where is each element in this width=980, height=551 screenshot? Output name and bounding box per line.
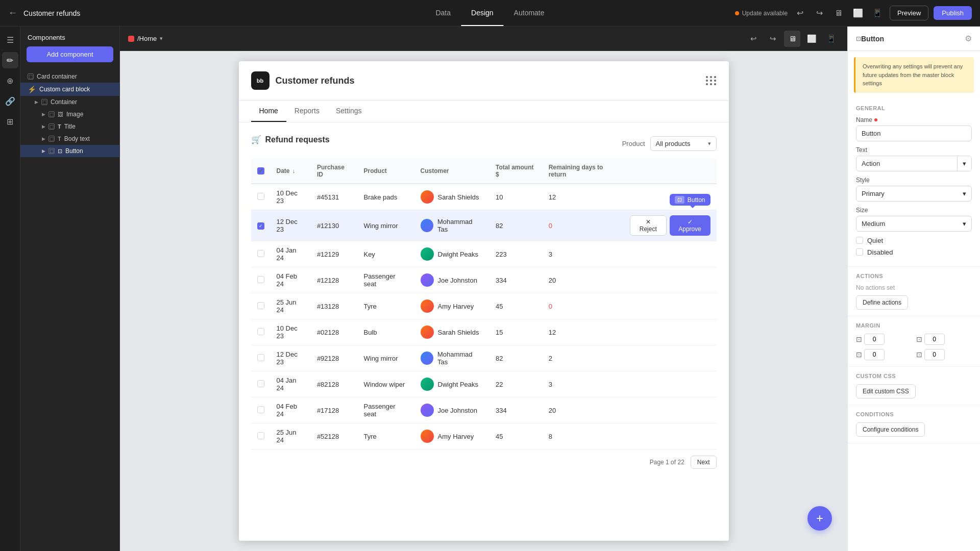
- sidebar-icon-grid[interactable]: ⊞: [2, 113, 18, 130]
- redo-canvas-icon[interactable]: ↪: [765, 31, 781, 47]
- size-label: Size: [856, 207, 972, 214]
- body-text-icon: T: [58, 136, 61, 142]
- size-chevron-icon: ▾: [963, 220, 966, 228]
- row-checkbox[interactable]: [257, 302, 264, 309]
- tree-check-body: ⬚: [48, 136, 55, 142]
- breadcrumb-path: /Home: [137, 35, 157, 42]
- row-checkbox[interactable]: ✓: [257, 222, 264, 230]
- edit-css-button[interactable]: Edit custom CSS: [856, 384, 916, 398]
- margin-top-input[interactable]: [864, 334, 885, 345]
- tree-check-image: ⬚: [48, 111, 55, 117]
- mobile-canvas-icon[interactable]: 📱: [823, 31, 839, 47]
- filter-area: Product All products ▾: [622, 136, 717, 151]
- components-header: Components: [20, 27, 119, 46]
- sidebar-icon-link[interactable]: 🔗: [2, 93, 18, 109]
- tree-item-title[interactable]: ▶ ⬚ T Title: [20, 120, 119, 133]
- reject-button[interactable]: ✕ Reject: [630, 215, 667, 236]
- tree-item-image[interactable]: ▶ ⬚ 🖼 Image: [20, 108, 119, 120]
- grid-dots-icon[interactable]: [706, 76, 717, 85]
- row-checkbox[interactable]: [257, 193, 264, 200]
- approve-button[interactable]: ✓ Approve: [670, 215, 710, 236]
- tooltip-arrow: [690, 206, 695, 211]
- style-select[interactable]: Primary ▾: [856, 186, 972, 202]
- margin-bottom: ⊡: [856, 349, 912, 360]
- tree-item-card-container[interactable]: ⬚ Card container: [20, 70, 119, 83]
- canvas-scroll: bb Customer refunds Home Reports Setting…: [120, 51, 847, 551]
- avatar: [421, 325, 434, 339]
- quiet-label: Quiet: [867, 237, 883, 244]
- text-input[interactable]: [856, 156, 957, 171]
- margin-bottom-icon: ⊡: [856, 350, 862, 359]
- define-actions-button[interactable]: Define actions: [856, 295, 908, 310]
- row-checkbox[interactable]: [257, 432, 264, 439]
- page-content: 🛒 Refund requests Product All products ▾: [239, 122, 729, 481]
- right-panel-warning: Overwriting any settings will prevent an…: [854, 57, 974, 93]
- margin-left-input[interactable]: [924, 349, 945, 360]
- next-button[interactable]: Next: [691, 456, 717, 469]
- row-checkbox[interactable]: [257, 276, 264, 283]
- tree-item-custom-card[interactable]: ⚡ Custom card block: [20, 83, 119, 96]
- row-checkbox[interactable]: [257, 380, 264, 387]
- undo-canvas-icon[interactable]: ↩: [745, 31, 762, 47]
- undo-icon[interactable]: ↩: [793, 6, 807, 20]
- sidebar-icon-add[interactable]: ⊕: [2, 72, 18, 89]
- header-checkbox[interactable]: ✓: [257, 167, 264, 174]
- data-table: ✓ Date ↓ Purchase ID Product Customer To…: [251, 159, 717, 449]
- margin-bottom-input[interactable]: [864, 349, 885, 360]
- text-chevron[interactable]: ▾: [957, 156, 971, 171]
- preview-button[interactable]: Preview: [890, 6, 928, 20]
- page-frame: bb Customer refunds Home Reports Setting…: [239, 61, 729, 541]
- sidebar-icon-edit[interactable]: ✏: [2, 52, 18, 68]
- desktop-icon[interactable]: 🖥: [831, 6, 846, 20]
- name-input[interactable]: [856, 126, 972, 141]
- section-general: GENERAL Name Text ▾ Style Primary: [848, 99, 980, 267]
- tab-design[interactable]: Design: [461, 1, 504, 26]
- col-days: Remaining days to return: [543, 159, 624, 184]
- filter-label: Product: [622, 140, 645, 147]
- tab-data[interactable]: Data: [425, 1, 461, 26]
- nav-tab-home[interactable]: Home: [251, 101, 286, 122]
- disabled-checkbox[interactable]: [856, 248, 863, 256]
- size-select[interactable]: Medium ▾: [856, 216, 972, 232]
- filter-select[interactable]: All products ▾: [650, 136, 717, 151]
- tree-item-container[interactable]: ▶ ⬚ Container: [20, 96, 119, 108]
- tablet-canvas-icon[interactable]: ⬜: [803, 31, 820, 47]
- table-row: 04 Feb 24 #12128 Passenger seat Joe John…: [251, 267, 717, 293]
- configure-conditions-button[interactable]: Configure conditions: [856, 422, 925, 437]
- tree-label-title: Title: [64, 123, 76, 130]
- tree-icon-custom: ⚡: [28, 85, 36, 93]
- section-conditions: CONDITIONS Configure conditions: [848, 405, 980, 443]
- tree-item-button[interactable]: ▶ ⬚ ⊡ Button: [20, 145, 119, 157]
- field-style: Style Primary ▾: [856, 177, 972, 202]
- margin-right-input[interactable]: [924, 334, 945, 345]
- quiet-checkbox[interactable]: [856, 237, 863, 244]
- section-title: 🛒 Refund requests: [251, 135, 330, 144]
- margin-grid: ⊡ ⊡ ⊡ ⊡: [856, 334, 972, 360]
- button-overlay-container: ⊡ Button ✕ Reject ✓ Approve: [630, 215, 710, 236]
- text-label: Text: [856, 146, 972, 154]
- desktop-canvas-icon[interactable]: 🖥: [784, 31, 800, 47]
- main-layout: ☰ ✏ ⊕ 🔗 ⊞ Components Add component ⬚ Car…: [0, 27, 980, 551]
- add-component-button[interactable]: Add component: [27, 46, 113, 62]
- tablet-icon[interactable]: ⬜: [851, 6, 865, 20]
- nav-tab-reports[interactable]: Reports: [286, 101, 328, 122]
- back-button[interactable]: ←: [8, 8, 17, 18]
- fab-button[interactable]: +: [807, 506, 832, 531]
- settings-icon[interactable]: ⚙: [965, 34, 972, 43]
- sidebar-icon-menu[interactable]: ☰: [2, 32, 18, 48]
- mobile-icon[interactable]: 📱: [870, 6, 885, 20]
- action-buttons: ✕ Reject ✓ Approve: [630, 215, 710, 236]
- row-checkbox[interactable]: [257, 250, 264, 257]
- publish-button[interactable]: Publish: [934, 6, 972, 20]
- home-dot: [128, 36, 134, 42]
- tree-item-body-text[interactable]: ▶ ⬚ T Body text: [20, 133, 119, 145]
- row-checkbox[interactable]: [257, 406, 264, 413]
- tab-automate[interactable]: Automate: [504, 1, 555, 26]
- section-general-title: GENERAL: [856, 105, 972, 111]
- row-checkbox[interactable]: [257, 328, 264, 335]
- redo-icon[interactable]: ↪: [812, 6, 826, 20]
- nav-tab-settings[interactable]: Settings: [328, 101, 370, 122]
- section-margin-title: MARGIN: [856, 322, 972, 329]
- avatar: [421, 430, 434, 443]
- row-checkbox[interactable]: [257, 354, 264, 361]
